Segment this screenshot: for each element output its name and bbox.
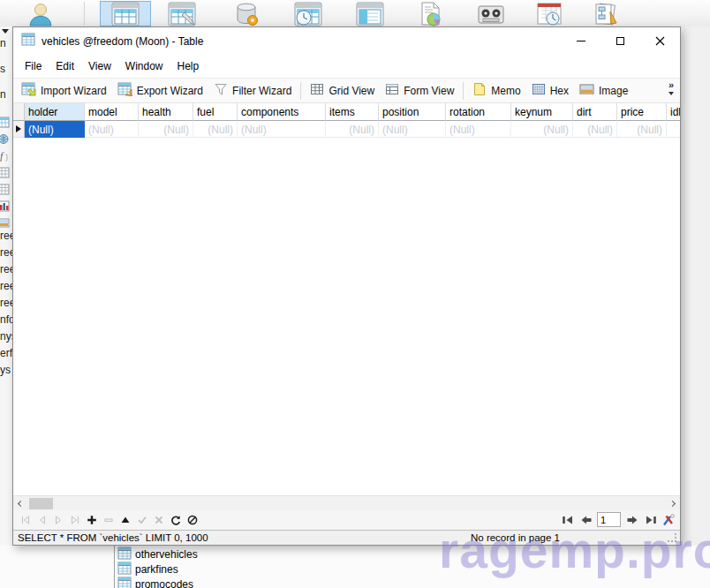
memo-button[interactable]: Memo [467,79,525,102]
close-button[interactable] [640,27,680,55]
cell-position[interactable]: (Null) [379,121,446,138]
cell-price[interactable]: (Null) [617,121,667,138]
prior-record-button[interactable] [33,512,49,528]
filter-icon [214,82,228,99]
stop-button[interactable] [184,512,200,528]
table-name-label: parkfines [135,563,178,576]
cell-idk[interactable] [667,121,680,138]
cell-holder[interactable]: (Null) [25,121,85,138]
toolbar-button-label: Export Wizard [137,85,203,97]
column-header-health[interactable]: health [139,103,193,121]
toolbar-button-label: Memo [491,85,520,97]
last-page-button[interactable] [643,512,658,527]
background-table-item[interactable]: parkfines [117,562,178,577]
background-tree-fragment: ree [0,280,12,292]
first-record-button[interactable] [16,512,33,528]
background-tree-fragment: ree [0,263,12,275]
toolbar-button-label: Import Wizard [41,85,107,97]
cell-rotation[interactable]: (Null) [446,121,511,138]
post-edit-button[interactable] [117,512,133,528]
cell-fuel[interactable]: (Null) [193,121,238,138]
tree-indent-line [114,546,115,588]
image-button[interactable]: Image [574,79,633,102]
taskbar-view-icon[interactable] [156,1,208,26]
grid-corner-cell[interactable] [13,103,25,121]
column-header-price[interactable]: price [617,103,667,121]
background-left-window-edge: nsnf)reereereereereenfonyserfys [0,26,12,546]
maximize-button[interactable] [600,27,640,55]
scroll-left-arrow-icon[interactable] [13,496,28,511]
background-tree-fragment: ree [0,230,12,242]
background-tree-fragment: erf [0,347,12,359]
table-icon [117,547,132,562]
cell-components[interactable]: (Null) [238,121,326,138]
cell-items[interactable]: (Null) [326,121,379,138]
next-record-button[interactable] [49,512,66,528]
toolbar-overflow-button[interactable]: » [668,79,674,95]
taskbar [0,0,710,26]
background-table-item[interactable]: promocodes [117,577,193,588]
import-wizard-button[interactable]: Import Wizard [16,79,112,102]
horizontal-scrollbar[interactable] [13,495,680,510]
refresh-button[interactable] [167,512,184,528]
column-header-rotation[interactable]: rotation [446,103,511,121]
filter-wizard-button[interactable]: Filter Wizard [208,79,297,102]
taskbar-model-icon[interactable] [580,1,631,26]
cell-health[interactable]: (Null) [139,121,193,138]
memo-icon [472,82,487,99]
data-grid: holdermodelhealthfuelcomponentsitemsposi… [13,103,680,495]
taskbar-function-icon[interactable] [221,1,272,26]
menu-item-view[interactable]: View [81,57,118,76]
menu-item-help[interactable]: Help [170,57,207,76]
menu-item-file[interactable]: File [18,57,49,76]
column-header-keynum[interactable]: keynum [511,103,573,121]
next-page-button[interactable] [624,512,639,527]
column-header-dirt[interactable]: dirt [573,103,617,121]
column-header-fuel[interactable]: fuel [193,103,238,121]
page-number-input[interactable] [597,512,621,527]
cancel-button[interactable] [150,512,167,528]
cell-dirt[interactable]: (Null) [573,121,617,138]
taskbar-backup-icon[interactable] [465,1,517,26]
scroll-right-arrow-icon[interactable] [665,496,680,511]
hex-button[interactable]: Hex [526,79,574,102]
taskbar-event-icon[interactable] [283,1,334,26]
taskbar-query-icon[interactable] [344,1,396,26]
minimize-button[interactable] [561,27,600,55]
taskbar-table-icon[interactable] [100,1,151,26]
toolbar-button-label: Hex [550,85,569,97]
cell-model[interactable]: (Null) [85,121,139,138]
last-record-button[interactable] [66,512,83,528]
cell-keynum[interactable]: (Null) [511,121,573,138]
first-page-button[interactable] [560,512,575,527]
delete-record-button[interactable] [100,512,117,528]
resize-grip[interactable] [668,533,676,542]
background-table-item[interactable]: othervehicles [117,547,198,562]
taskbar-user-icon[interactable] [15,1,66,26]
form-view-button[interactable]: Form View [380,79,459,102]
import-icon [21,82,36,99]
commit-button[interactable] [133,512,150,528]
column-header-idk[interactable]: idk [667,103,680,121]
grid-view-button[interactable]: Grid View [305,79,380,102]
toolbar-button-label: Image [599,85,628,97]
background-tree-fragment: nys [0,330,12,343]
taskbar-report-icon[interactable] [404,1,456,26]
image-icon [0,216,10,228]
grid-icon [0,183,10,194]
formview-icon [385,82,399,99]
settings-button[interactable] [661,512,676,527]
prev-page-button[interactable] [578,512,593,527]
column-header-position[interactable]: position [379,103,446,121]
scrollbar-thumb[interactable] [29,498,53,509]
export-wizard-button[interactable]: Export Wizard [112,79,208,102]
menu-item-edit[interactable]: Edit [49,57,81,76]
column-header-items[interactable]: items [326,103,379,121]
menu-item-window[interactable]: Window [118,57,170,76]
add-record-button[interactable] [83,512,100,528]
taskbar-automation-icon[interactable] [524,1,575,26]
column-header-components[interactable]: components [238,103,326,121]
image-icon [579,82,594,99]
column-header-holder[interactable]: holder [25,103,85,121]
column-header-model[interactable]: model [85,103,139,121]
